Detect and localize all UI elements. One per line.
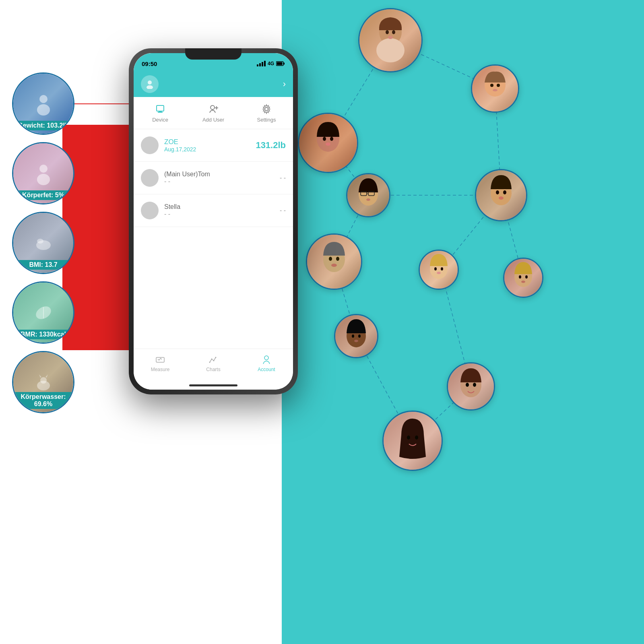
svg-rect-19 xyxy=(158,112,163,113)
animal-silhouette xyxy=(31,231,56,255)
face-svg-2 xyxy=(479,68,511,109)
phone-container: 09:50 4G xyxy=(129,48,298,394)
user-weight-stella: - - xyxy=(280,207,286,214)
user-list: ZOE Aug.17,2022 131.2lb xyxy=(134,129,293,349)
add-user-tab-icon xyxy=(208,104,219,114)
svg-point-50 xyxy=(386,30,389,34)
svg-point-31 xyxy=(209,361,211,363)
svg-rect-13 xyxy=(284,63,285,65)
network-svg xyxy=(274,0,644,644)
svg-point-59 xyxy=(330,137,333,141)
svg-point-15 xyxy=(148,80,152,85)
svg-point-35 xyxy=(264,356,268,360)
svg-marker-10 xyxy=(39,374,41,378)
svg-point-5 xyxy=(37,239,43,244)
svg-point-79 xyxy=(519,275,521,279)
metric-card-water: Körperwasser: 69.6% xyxy=(12,351,74,413)
tab-settings[interactable]: Settings xyxy=(240,103,293,123)
weight-label: Gewicht: 103.2lb xyxy=(13,121,73,130)
svg-point-75 xyxy=(434,267,437,270)
svg-point-2 xyxy=(39,165,47,173)
add-user-icon xyxy=(207,103,219,115)
face-bg-5 xyxy=(476,170,526,220)
leaf-silhouette xyxy=(31,301,56,325)
svg-point-52 xyxy=(388,36,393,39)
avatar-zoe xyxy=(141,136,159,154)
faces-network xyxy=(274,0,644,644)
nav-measure[interactable]: Measure xyxy=(134,354,187,372)
face-bg-3 xyxy=(299,114,357,172)
user-info-tom: (Main User)Tom - - xyxy=(164,171,274,185)
user-item-stella[interactable]: Stella - - - - xyxy=(134,194,293,227)
water-label: Körperwasser: 69.6% xyxy=(13,392,73,409)
svg-rect-30 xyxy=(156,357,164,362)
bottom-nav: Measure Charts xyxy=(134,349,293,381)
svg-point-60 xyxy=(326,142,330,146)
nav-account[interactable]: Account xyxy=(240,354,293,372)
nav-measure-label: Measure xyxy=(151,367,170,372)
phone-inner: 09:50 4G xyxy=(134,53,293,390)
face-svg-11 xyxy=(394,417,432,465)
face-node-10 xyxy=(447,362,495,411)
svg-point-34 xyxy=(215,357,217,358)
svg-point-69 xyxy=(499,196,504,200)
metric-card-bmi: BMI: 13.7 xyxy=(12,212,74,274)
home-bar xyxy=(189,384,237,386)
signal-bars xyxy=(257,61,266,66)
svg-point-81 xyxy=(521,281,525,283)
face-svg-7 xyxy=(425,252,452,287)
connector-line-2 xyxy=(74,174,137,175)
svg-point-90 xyxy=(407,436,410,440)
bmr-label: BMR: 1330kcal xyxy=(13,330,73,339)
svg-point-20 xyxy=(211,105,215,109)
svg-point-29 xyxy=(146,212,153,216)
svg-point-49 xyxy=(376,38,405,62)
nav-charts-label: Charts xyxy=(206,367,220,372)
home-indicator xyxy=(134,381,293,390)
svg-point-67 xyxy=(496,190,499,194)
face-bg-1 xyxy=(359,9,421,71)
user-item-zoe[interactable]: ZOE Aug.17,2022 131.2lb xyxy=(134,129,293,162)
tab-device[interactable]: Device xyxy=(134,103,187,123)
tab-add-user[interactable]: Add User xyxy=(187,103,240,123)
avatar-tom xyxy=(141,169,159,187)
measure-nav-icon xyxy=(155,354,165,365)
nav-charts[interactable]: Charts xyxy=(187,354,240,372)
bmi-label: BMI: 13.7 xyxy=(13,260,73,270)
svg-point-73 xyxy=(331,264,337,267)
bar1 xyxy=(257,64,258,66)
svg-point-76 xyxy=(441,267,443,270)
face-node-3 xyxy=(298,113,358,173)
svg-point-72 xyxy=(336,257,339,261)
phone-notch xyxy=(185,48,242,60)
svg-point-65 xyxy=(366,198,370,201)
face-bg-11 xyxy=(384,412,442,470)
svg-point-55 xyxy=(497,84,500,87)
header-avatar[interactable] xyxy=(141,75,159,93)
user-avatar-icon-tom xyxy=(144,173,155,183)
svg-point-84 xyxy=(358,334,361,338)
face-svg-8 xyxy=(510,260,537,295)
svg-point-87 xyxy=(466,383,469,387)
face-svg-4 xyxy=(353,176,384,215)
svg-rect-14 xyxy=(277,62,283,65)
svg-point-28 xyxy=(147,206,152,211)
face-svg-1 xyxy=(370,14,411,66)
bodyfat-label: Körperfet: 5% xyxy=(13,190,73,200)
status-time: 09:50 xyxy=(142,60,157,67)
bar2 xyxy=(259,63,261,66)
nav-account-label: Account xyxy=(258,367,275,372)
svg-point-80 xyxy=(525,275,528,279)
connector-line-1 xyxy=(74,103,137,104)
tab-bar: Device Add User xyxy=(134,97,293,129)
bar4 xyxy=(264,61,266,66)
face-svg-9 xyxy=(341,317,372,355)
charts-icon xyxy=(208,354,219,365)
user-weight-zoe: 131.2lb xyxy=(256,140,286,151)
user-item-tom[interactable]: (Main User)Tom - - - - xyxy=(134,162,293,194)
chevron-right-icon[interactable]: › xyxy=(283,79,286,89)
bar3 xyxy=(262,62,263,66)
face-node-2 xyxy=(471,64,519,113)
status-icons: 4G xyxy=(257,61,285,66)
measure-icon xyxy=(155,354,166,365)
